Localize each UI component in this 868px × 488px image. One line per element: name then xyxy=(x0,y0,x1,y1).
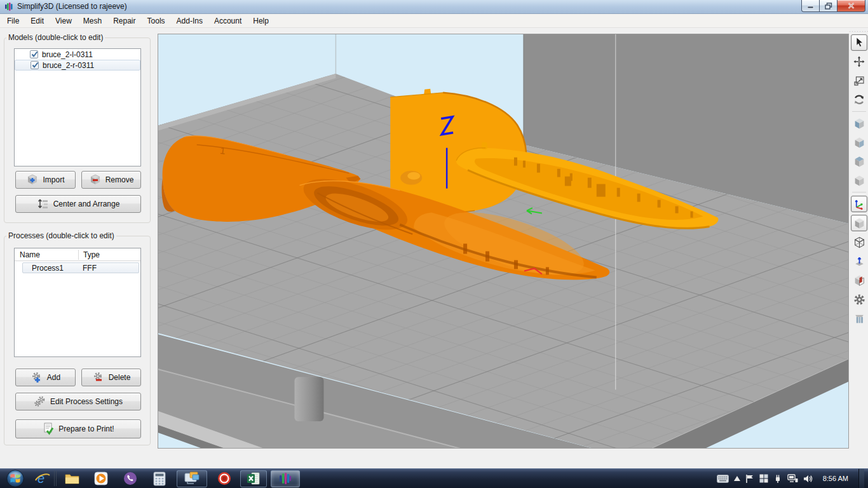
keyboard-icon[interactable] xyxy=(717,475,729,483)
cross-section-tool[interactable] xyxy=(851,272,867,288)
start-button[interactable] xyxy=(5,470,25,487)
taskbar-internet-explorer[interactable]: e xyxy=(32,470,53,487)
process-row-selected[interactable]: Process1 FFF xyxy=(22,262,139,273)
models-list[interactable]: bruce_2-l-0311 bruce_2-r-0311 xyxy=(14,48,141,166)
taskbar-calculator[interactable] xyxy=(149,470,170,487)
import-button[interactable]: Import xyxy=(15,171,76,189)
close-button[interactable] xyxy=(837,0,865,12)
menu-help[interactable]: Help xyxy=(247,15,275,27)
support-structures-tool[interactable] xyxy=(851,310,867,327)
add-process-button[interactable]: Add xyxy=(15,369,76,386)
cube-front-blue-icon xyxy=(853,118,865,130)
gear-icon xyxy=(853,293,866,306)
settings-gear-tool[interactable] xyxy=(851,291,867,308)
import-label: Import xyxy=(43,175,64,184)
taskbar-clock[interactable]: 8:56 AM xyxy=(818,475,853,482)
menu-file[interactable]: File xyxy=(1,15,25,27)
delete-process-button[interactable]: Delete xyxy=(81,369,141,386)
desktop: Simplify3D (Licensed to rajeeve) File Ed… xyxy=(0,0,868,488)
model-list-item-selected[interactable]: bruce_2-r-0311 xyxy=(15,60,140,71)
cursor-icon xyxy=(853,37,865,48)
windows-panes-icon[interactable] xyxy=(759,474,768,483)
col-name: Name xyxy=(20,250,40,259)
center-arrange-label: Center and Arrange xyxy=(53,200,120,208)
view-toolbar: ········ xyxy=(850,28,868,468)
menu-repair[interactable]: Repair xyxy=(107,15,141,27)
taskbar-red-circle-app[interactable] xyxy=(214,470,235,487)
minimize-button[interactable] xyxy=(801,0,820,12)
surface-normal-tool[interactable] xyxy=(851,253,867,269)
view-cube-1[interactable] xyxy=(851,115,867,132)
edit-process-settings-button[interactable]: Edit Process Settings xyxy=(15,393,141,410)
taskbar-folder-explorer[interactable] xyxy=(61,470,83,487)
wireframe-view-tool[interactable] xyxy=(851,234,867,250)
toolbar-separator xyxy=(852,111,866,112)
view-cube-4[interactable] xyxy=(851,172,867,189)
gears-icon xyxy=(34,396,46,407)
solid-cube-icon xyxy=(853,217,865,229)
add-label: Add xyxy=(47,373,60,382)
scale-tool[interactable] xyxy=(851,72,867,89)
view-cube-3[interactable] xyxy=(851,153,867,170)
add-gear-plus-icon xyxy=(31,372,43,383)
windows-orb-icon xyxy=(5,470,25,487)
restore-button[interactable] xyxy=(820,0,837,12)
action-center-flag-icon[interactable] xyxy=(745,474,754,484)
toolbar-grip[interactable]: ········ xyxy=(849,30,868,33)
menu-edit[interactable]: Edit xyxy=(25,15,50,27)
prepare-to-print-label: Prepare to Print! xyxy=(58,424,114,433)
column-divider[interactable] xyxy=(78,250,79,260)
speaker-icon[interactable] xyxy=(803,475,813,483)
select-tool[interactable] xyxy=(851,34,867,51)
menu-addins[interactable]: Add-Ins xyxy=(171,15,208,27)
cube-side-blue-icon xyxy=(853,137,865,149)
translate-tool[interactable] xyxy=(851,53,867,70)
processes-table-header: Name Type xyxy=(15,248,140,261)
cross-section-cube-icon xyxy=(853,274,865,287)
taskbar-viber[interactable] xyxy=(119,470,141,487)
rotate-icon xyxy=(853,93,865,106)
taskbar-excel[interactable] xyxy=(240,470,267,487)
network-icon[interactable] xyxy=(787,474,798,483)
power-plug-icon[interactable] xyxy=(773,474,782,484)
model-name: bruce_2-l-0311 xyxy=(42,50,93,59)
processes-table[interactable]: Name Type Process1 FFF xyxy=(14,248,141,357)
model-name: bruce_2-r-0311 xyxy=(43,61,94,70)
taskbar-separator xyxy=(56,471,57,486)
menu-mesh[interactable]: Mesh xyxy=(78,15,107,27)
show-desktop-button[interactable] xyxy=(858,469,864,488)
view-cube-2[interactable] xyxy=(851,134,867,151)
menu-bar: File Edit View Mesh Repair Tools Add-Ins… xyxy=(0,14,868,28)
taskbar-simplify3d[interactable] xyxy=(271,470,300,487)
minimize-icon xyxy=(808,3,814,9)
menu-view[interactable]: View xyxy=(50,15,78,27)
model-checkbox[interactable] xyxy=(31,61,39,69)
close-icon xyxy=(848,3,855,9)
processes-group-label: Processes (double-click to edit) xyxy=(6,231,116,240)
taskbar-media-player[interactable] xyxy=(90,470,112,487)
model-checkbox[interactable] xyxy=(30,50,38,58)
prepare-to-print-button[interactable]: Prepare to Print! xyxy=(15,419,141,438)
normal-arrow-icon xyxy=(853,255,865,268)
remove-button[interactable]: Remove xyxy=(81,171,141,189)
internet-explorer-icon: e xyxy=(34,471,51,486)
viewport-3d[interactable]: 1 xyxy=(158,34,849,449)
axes-icon xyxy=(853,198,865,210)
taskbar: e xyxy=(0,468,868,488)
menu-tools[interactable]: Tools xyxy=(142,15,171,27)
taskbar-photo-viewer-window[interactable] xyxy=(177,470,207,487)
models-group-label: Models (double-click to edit) xyxy=(6,33,105,42)
center-and-arrange-button[interactable]: Center and Arrange xyxy=(15,195,141,213)
rotate-tool[interactable] xyxy=(851,92,867,108)
move-arrows-icon xyxy=(853,56,865,67)
model-list-item[interactable]: bruce_2-l-0311 xyxy=(15,49,140,60)
remove-cube-minus-icon xyxy=(89,174,102,186)
coordinate-axes-tool[interactable] xyxy=(851,196,867,212)
check-icon xyxy=(31,50,39,58)
menu-account[interactable]: Account xyxy=(208,15,247,27)
calculator-icon xyxy=(153,471,166,486)
excel-icon xyxy=(247,471,261,485)
solid-view-tool[interactable] xyxy=(851,215,867,231)
show-hidden-icons-button[interactable] xyxy=(734,476,740,481)
supports-icon xyxy=(853,313,865,325)
